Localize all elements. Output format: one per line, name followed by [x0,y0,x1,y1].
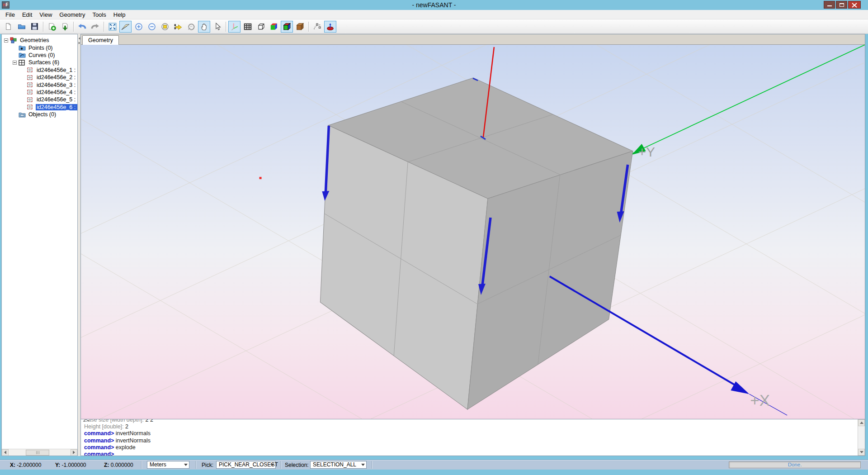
redo-button[interactable] [89,21,101,33]
console-line: Height [double]: 2 [84,423,865,430]
arrow-right-icon [73,451,75,454]
selection-dropdown[interactable]: SELECTION_ALL [310,461,367,469]
console-line: Base size [width depth]: 2 2 [84,419,865,423]
tree-item-curves[interactable]: Curves (0) [2,52,77,59]
tab-geometry[interactable]: Geometry [82,35,119,45]
undo-button[interactable] [76,21,88,33]
move-button[interactable] [172,21,184,33]
tree-item-surface-6-selected[interactable]: id246e456e_6 : N [2,104,77,111]
scroll-left-button[interactable] [2,449,9,456]
console-lines: Base size [width depth]: 2 2 Height [dou… [81,419,865,456]
export-button[interactable] [59,21,71,33]
viewport-3d[interactable]: +Y +X [81,45,865,419]
menu-geometry[interactable]: Geometry [56,10,89,19]
toolbar-separator [226,22,226,32]
collapse-left-icon[interactable] [78,37,80,40]
import-button[interactable] [46,21,58,33]
select-button[interactable] [211,21,223,33]
objects-folder-icon [19,111,26,118]
undo-icon [78,23,86,30]
menu-file[interactable]: File [2,10,19,19]
show-grid-button[interactable] [241,21,254,33]
fly-cursor-icon [121,23,130,30]
shaded-cube-icon [269,23,278,31]
new-file-button[interactable] [2,21,14,33]
close-button[interactable] [848,1,861,9]
menu-tools[interactable]: Tools [89,10,109,19]
maximize-button[interactable] [836,1,847,9]
select-fly-button[interactable] [119,21,132,33]
save-icon [31,23,38,30]
scroll-right-button[interactable] [71,449,77,456]
scene-3d: +Y +X [81,45,865,419]
wireframe-cube-icon [256,23,265,31]
zoom-window-icon [161,23,169,31]
console-prompt-line[interactable]: command> [84,451,865,456]
scroll-down-button[interactable] [858,449,865,456]
units-dropdown[interactable]: Meters [147,461,189,469]
collapse-icon[interactable] [4,38,8,43]
show-normals-button[interactable] [324,21,336,33]
textured-view-button[interactable] [294,21,306,33]
wireframe-button[interactable] [255,21,267,33]
zoom-out-button[interactable] [146,21,158,33]
save-button[interactable] [28,21,41,33]
tree-item-geometries[interactable]: Geometries [2,37,77,44]
solid-view-button[interactable] [281,21,293,33]
toolbar-separator [43,22,43,32]
minimize-button[interactable] [824,1,835,9]
show-axes-button[interactable] [228,21,241,33]
tree-item-surface-4[interactable]: id246e456e_4 : N [2,89,77,96]
tree-item-surfaces[interactable]: Surfaces (6) [2,59,77,66]
surfaces-icon [19,59,26,66]
pan-button[interactable] [198,21,210,33]
solid-cube-icon [283,23,291,31]
console-vertical-scrollbar[interactable] [858,419,865,456]
pick-dropdown[interactable]: PICK_NEAR_CLOSEST [216,461,276,469]
console-line: command> invertNormals [84,430,865,437]
rotate-view-button[interactable] [185,21,197,33]
scrollbar-thumb[interactable] [26,450,49,456]
shaded-view-button[interactable] [268,21,280,33]
arrow-down-icon [860,451,863,453]
tree-item-points[interactable]: Points (0) [2,44,77,51]
grid-icon [244,23,252,31]
tree-horizontal-scrollbar[interactable] [2,449,77,456]
menu-view[interactable]: View [36,10,56,19]
toolbar-separator [73,22,74,32]
surface-icon [27,104,34,110]
fit-view-button[interactable] [106,21,118,33]
splitter-up-icon [83,420,85,422]
toolbar-separator [308,22,309,32]
tree-item-surface-1[interactable]: id246e456e_1 : N [2,66,77,74]
open-file-button[interactable] [15,21,28,33]
pointer-icon [214,23,221,30]
tree-item-surface-2[interactable]: id246e456e_2 : N [2,74,77,81]
expand-right-icon[interactable] [78,42,80,44]
zoom-window-button[interactable] [159,21,171,33]
spline-button[interactable] [311,21,323,33]
close-icon [852,3,857,8]
tree-item-objects[interactable]: Objects (0) [2,111,77,118]
collapse-icon[interactable] [13,61,17,65]
menu-help[interactable]: Help [110,10,129,19]
splitter-down-icon [87,420,90,422]
tree-item-surface-3[interactable]: id246e456e_3 : N [2,81,77,88]
hand-icon [200,23,208,31]
main-content: Geometry [80,34,865,456]
toolbar [0,19,868,34]
command-console[interactable]: Base size [width depth]: 2 2 Height [dou… [81,419,865,456]
menu-edit[interactable]: Edit [19,10,36,19]
axis-y-label: +Y [638,144,655,159]
coord-z: Z: 0.000000 [104,462,133,468]
rotate-icon [187,23,195,31]
curves-folder-icon [19,52,26,58]
scroll-up-button[interactable] [858,419,865,426]
tree-item-surface-5[interactable]: id246e456e_5 : N [2,96,77,103]
zoom-in-button[interactable] [132,21,145,33]
console-splitter[interactable] [82,420,90,422]
export-down-icon [61,23,69,31]
pick-label: Pick: [202,462,213,468]
redo-icon [91,23,99,30]
maximize-icon [840,3,844,7]
